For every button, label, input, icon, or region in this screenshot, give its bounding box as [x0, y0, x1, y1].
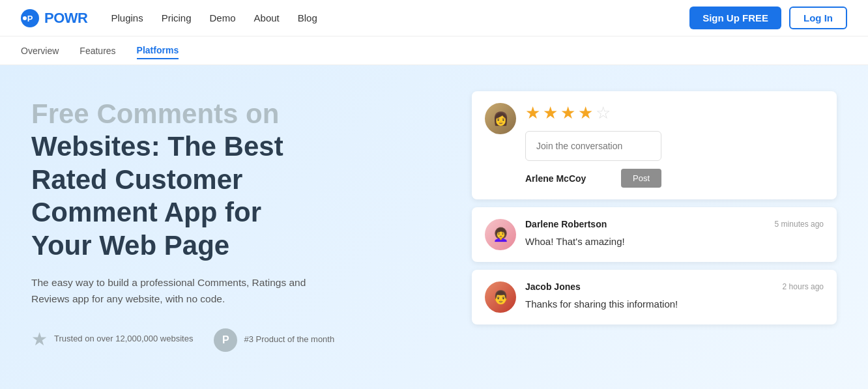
avatar-darlene: 👩‍🦱	[485, 219, 516, 250]
comment-body-1: Darlene Robertson 5 minutes ago Whoa! Th…	[525, 219, 824, 250]
comment-input[interactable]	[525, 131, 661, 161]
hero-title-gray: Free Comments on	[31, 98, 279, 129]
comment-body-2: Jacob Jones 2 hours ago Thanks for shari…	[525, 281, 824, 312]
stat-product: P #3 Product of the month	[214, 328, 334, 352]
compose-card: 👩 ★ ★ ★ ★ ☆ Arlene McCoy Post	[472, 91, 837, 199]
hero-stats: ★ Trusted on over 12,000,000 websites P …	[31, 328, 370, 352]
svg-text:P: P	[27, 14, 33, 23]
comments-widget: 👩 ★ ★ ★ ★ ☆ Arlene McCoy Post	[459, 91, 837, 324]
star-icon: ★	[31, 328, 48, 350]
hero-left: Free Comments on Websites: The BestRated…	[31, 91, 370, 352]
star-4[interactable]: ★	[578, 103, 593, 123]
comment-header-2: Jacob Jones 2 hours ago	[525, 281, 824, 292]
signup-button[interactable]: Sign Up FREE	[689, 7, 781, 29]
stat-trusted-text: Trusted on over 12,000,000 websites	[54, 333, 193, 345]
nav-link-pricing[interactable]: Pricing	[162, 12, 192, 23]
product-hunt-icon: P	[214, 328, 237, 352]
subnav: Overview Features Platforms	[0, 36, 868, 65]
comment-time-1: 5 minutes ago	[775, 220, 824, 229]
svg-point-2	[23, 16, 27, 20]
nav-links: Plugins Pricing Demo About Blog	[111, 12, 317, 23]
login-button[interactable]: Log In	[789, 7, 847, 29]
nav-link-demo[interactable]: Demo	[210, 12, 236, 23]
comment-author-1: Darlene Robertson	[525, 219, 607, 229]
nav-link-blog[interactable]: Blog	[298, 12, 317, 23]
nav-link-plugins[interactable]: Plugins	[111, 12, 143, 23]
comment-card-1: 👩‍🦱 Darlene Robertson 5 minutes ago Whoa…	[472, 207, 837, 262]
hero-title: Free Comments on Websites: The BestRated…	[31, 98, 370, 262]
star-5[interactable]: ☆	[596, 103, 611, 123]
comment-author-2: Jacob Jones	[525, 281, 581, 292]
navbar-right: Sign Up FREE Log In	[689, 7, 847, 29]
star-rating[interactable]: ★ ★ ★ ★ ☆	[525, 103, 661, 123]
compose-author: Arlene McCoy	[525, 173, 586, 184]
star-3[interactable]: ★	[560, 103, 575, 123]
subnav-overview[interactable]: Overview	[21, 43, 59, 59]
avatar-jacob: 👨	[485, 281, 516, 313]
comment-time-2: 2 hours ago	[783, 282, 824, 291]
comment-text-1: Whoa! That's amazing!	[525, 235, 824, 250]
subnav-features[interactable]: Features	[80, 43, 115, 59]
comment-header-1: Darlene Robertson 5 minutes ago	[525, 219, 824, 229]
nav-link-about[interactable]: About	[254, 12, 280, 23]
subnav-platforms[interactable]: Platforms	[137, 42, 179, 59]
logo[interactable]: P POWR	[21, 9, 87, 27]
star-2[interactable]: ★	[543, 103, 558, 123]
star-1[interactable]: ★	[525, 103, 540, 123]
compose-avatar: 👩	[485, 103, 516, 134]
stat-product-text: #3 Product of the month	[244, 334, 334, 345]
comment-text-2: Thanks for sharing this information!	[525, 297, 824, 312]
compose-footer: Arlene McCoy Post	[525, 169, 661, 188]
navbar-left: P POWR Plugins Pricing Demo About Blog	[21, 9, 317, 27]
hero-title-dark: Websites: The BestRated CustomerComment …	[31, 131, 283, 260]
hero-subtitle: The easy way to build a professional Com…	[31, 275, 318, 308]
comment-card-2: 👨 Jacob Jones 2 hours ago Thanks for sha…	[472, 270, 837, 324]
stat-trusted: ★ Trusted on over 12,000,000 websites	[31, 328, 193, 350]
post-button[interactable]: Post	[621, 169, 661, 188]
logo-icon: P	[21, 9, 39, 27]
navbar: P POWR Plugins Pricing Demo About Blog S…	[0, 0, 868, 36]
logo-text: POWR	[44, 10, 87, 27]
hero-section: Free Comments on Websites: The BestRated…	[0, 65, 868, 389]
